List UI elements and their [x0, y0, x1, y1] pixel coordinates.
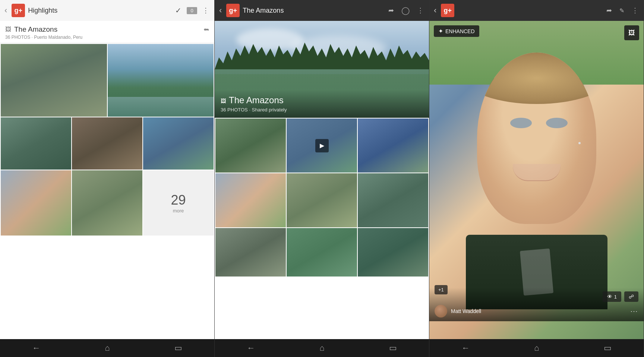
filter-button[interactable]: 🖼: [624, 25, 639, 40]
topbar-title-p1: Highlights: [28, 7, 170, 15]
p1-photo-grid: 29 more: [0, 43, 214, 339]
p3-bottom-bar: 👁 1 ☍ Matt Waddell ⋯: [429, 288, 644, 321]
p3-main-photo[interactable]: ✦ ENHANCED 🖼 +1 👁 1 ☍: [429, 21, 644, 339]
panel-highlights: ‹ g+ Highlights ✓ 0 ⋮ 🖼 The Amazons 36 P…: [0, 0, 215, 357]
bottom-nav-p1: ← ⌂ ▭: [0, 339, 214, 357]
comment-icon: ☍: [629, 294, 634, 300]
p2-photo-jungle2[interactable]: [287, 228, 357, 277]
check-icon-p2[interactable]: ◯: [399, 4, 412, 17]
p2-hero-subtitle: 36 PHOTOS · Shared privately: [221, 107, 423, 113]
p2-row-2: [215, 173, 428, 227]
enhanced-badge[interactable]: ✦ ENHANCED: [434, 25, 479, 37]
panel-photo-detail: ‹ g+ ➦ ✎ ⋮: [429, 0, 644, 357]
p2-hero-overlay: 🖼 The Amazons 36 PHOTOS · Shared private…: [215, 90, 429, 118]
p1-photo-woman[interactable]: [1, 170, 71, 236]
p1-photo-guide[interactable]: [72, 117, 142, 170]
home-nav-p3[interactable]: ⌂: [527, 340, 546, 356]
p2-row-3: [215, 228, 428, 277]
share-icon-p2[interactable]: ➦: [386, 4, 396, 17]
back-button-p2[interactable]: ‹: [218, 4, 223, 17]
recent-nav-p3[interactable]: ▭: [596, 340, 619, 356]
p1-row-3: 29 more: [1, 170, 214, 236]
topbar-highlights: ‹ g+ Highlights ✓ 0 ⋮: [0, 0, 214, 21]
p2-photo-grid: ▶: [215, 118, 429, 339]
topbar-amazons: ‹ g+ The Amazons ➦ ◯ ⋮: [215, 0, 429, 21]
p3-actions-row: 👁 1 ☍: [435, 291, 638, 302]
user-avatar[interactable]: [435, 305, 447, 317]
p1-row-1: [1, 44, 214, 117]
check-icon[interactable]: ✓: [173, 4, 184, 17]
p1-row-2: [1, 117, 214, 170]
p2-photo-boat-guys[interactable]: [358, 119, 428, 173]
panel-the-amazons: ‹ g+ The Amazons ➦ ◯ ⋮ 🖼 The Amazons 36 …: [215, 0, 429, 357]
enhanced-star-icon: ✦: [438, 28, 443, 35]
p1-photo-fisherman[interactable]: [72, 170, 142, 236]
back-nav-p3[interactable]: ←: [454, 340, 477, 356]
overflow-menu-icon[interactable]: ⋮: [200, 4, 211, 17]
share-icon[interactable]: ➦: [203, 25, 209, 34]
overflow-menu-p3[interactable]: ⋮: [629, 4, 641, 17]
topbar-title-p2: The Amazons: [243, 7, 383, 15]
gplus-logo-p2[interactable]: g+: [226, 4, 240, 17]
album-title-p1: The Amazons: [14, 25, 57, 34]
view-count: 1: [614, 294, 617, 300]
bottom-nav-p3: ← ⌂ ▭: [429, 339, 644, 357]
bottom-nav-p2: ← ⌂ ▭: [215, 339, 429, 357]
p2-photo-video[interactable]: ▶: [287, 119, 357, 173]
p1-photo-group[interactable]: [1, 44, 107, 117]
eye-icon: 👁: [607, 294, 612, 300]
more-count: 29: [171, 192, 186, 208]
p1-more-photos[interactable]: 29 more: [143, 170, 214, 236]
p1-photo-group2[interactable]: [1, 117, 71, 170]
user-name: Matt Waddell: [451, 308, 626, 314]
share-icon-p3[interactable]: ➦: [604, 4, 614, 17]
p2-photo-canopy[interactable]: [358, 228, 428, 277]
edit-icon-p3[interactable]: ✎: [617, 5, 626, 16]
more-options-button[interactable]: ⋯: [630, 307, 638, 316]
recent-nav-p2[interactable]: ▭: [382, 340, 404, 356]
gplus-logo-p3[interactable]: g+: [441, 4, 454, 17]
album-header: 🖼 The Amazons 36 PHOTOS · Puerto Maldana…: [0, 21, 214, 43]
p2-photo-fisherman2[interactable]: [287, 173, 357, 227]
album-subtitle-p1: 36 PHOTOS · Puerto Maldanado, Peru: [5, 35, 82, 40]
p2-hero-title: The Amazons: [229, 95, 284, 105]
overflow-menu-p2[interactable]: ⋮: [415, 4, 426, 17]
p2-photo-group-pier[interactable]: [215, 119, 286, 173]
recent-nav-p1[interactable]: ▭: [167, 340, 190, 356]
p2-photo-rope[interactable]: [215, 228, 286, 277]
gplus-logo[interactable]: g+: [12, 4, 25, 17]
p2-photo-woman-smile[interactable]: [215, 173, 286, 227]
video-play-badge: ▶: [315, 139, 329, 152]
badge-count: 0: [187, 7, 197, 14]
p1-photo-river[interactable]: [108, 44, 214, 117]
p2-row-1: ▶: [215, 119, 428, 173]
back-button-p3[interactable]: ‹: [432, 4, 438, 17]
p1-photo-boat[interactable]: [143, 117, 214, 170]
view-count-button[interactable]: 👁 1: [603, 291, 621, 302]
p2-hero-image[interactable]: 🖼 The Amazons 36 PHOTOS · Shared private…: [215, 21, 429, 118]
p3-user-row: Matt Waddell ⋯: [435, 305, 638, 317]
topbar-detail: ‹ g+ ➦ ✎ ⋮: [429, 0, 644, 21]
enhanced-label: ENHANCED: [445, 28, 475, 34]
back-nav-p1[interactable]: ←: [25, 340, 48, 356]
home-nav-p1[interactable]: ⌂: [97, 340, 117, 356]
photo-frame-icon: 🖼: [628, 29, 635, 37]
back-button[interactable]: ‹: [3, 4, 9, 17]
comment-button[interactable]: ☍: [624, 291, 638, 302]
p2-photo-group3[interactable]: [358, 173, 428, 227]
back-nav-p2[interactable]: ←: [239, 340, 262, 356]
more-label: more: [173, 208, 184, 214]
home-nav-p2[interactable]: ⌂: [312, 340, 332, 356]
